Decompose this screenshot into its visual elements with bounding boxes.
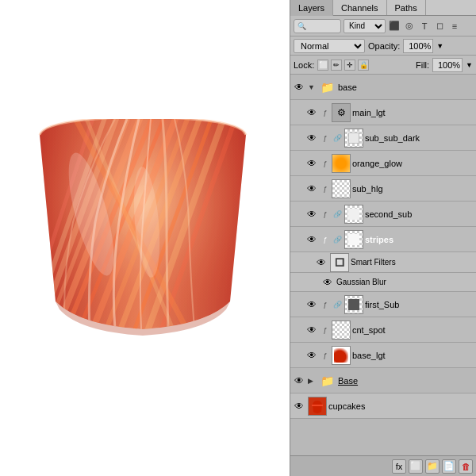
visibility-sub-sub-dark[interactable]: 👁 <box>305 131 319 145</box>
visibility-first-sub[interactable]: 👁 <box>305 298 319 312</box>
layer-name-cupcakes: cupcakes <box>328 401 474 411</box>
layer-name-sub-hlg: sub_hlg <box>352 184 474 194</box>
tab-layers[interactable]: Layers <box>290 0 333 16</box>
visibility-base-group[interactable]: 👁 <box>292 80 306 94</box>
visibility-base-lgt[interactable]: 👁 <box>305 348 319 363</box>
fill-dropdown-icon[interactable]: ▼ <box>466 61 473 69</box>
layer-group-button[interactable]: 📁 <box>425 459 440 474</box>
lock-position-btn[interactable]: ✛ <box>344 60 355 71</box>
thumb-base-lgt <box>332 346 351 365</box>
layer-name-sub-sub-dark: sub_sub_dark <box>365 133 474 143</box>
chain-first-sub: ƒ <box>321 298 330 312</box>
visibility-second-sub[interactable]: 👁 <box>305 207 319 221</box>
new-layer-button[interactable]: 📄 <box>442 459 456 474</box>
fill-label: Fill: <box>416 60 429 70</box>
search-box: 🔍 <box>294 19 341 33</box>
layer-fx-button[interactable]: fx <box>392 459 406 474</box>
chain-main-lgt: ƒ <box>321 106 330 120</box>
layer-name-base-folder: Base <box>338 376 474 386</box>
panel-tabs: Layers Channels Paths <box>290 0 476 16</box>
visibility-main-lgt[interactable]: 👁 <box>305 106 319 120</box>
canvas-area <box>0 0 290 476</box>
thumb-smart-filters: 🔲 <box>330 253 349 272</box>
visibility-cupcakes[interactable]: 👁 <box>292 399 306 413</box>
layer-item-sub-sub-dark[interactable]: 👁 ƒ 🔗 sub_sub_dark <box>290 125 476 151</box>
layers-list: 👁 ▼ 📁 base 👁 ƒ ⚙ main_lgt 👁 ƒ 🔗 sub <box>290 75 476 455</box>
lock-icons: ⬜ ✏ ✛ 🔒 <box>317 60 369 71</box>
opacity-dropdown-icon[interactable]: ▼ <box>436 42 443 50</box>
link-stripes: 🔗 <box>332 232 343 247</box>
tab-channels[interactable]: Channels <box>333 0 386 15</box>
opacity-label: Opacity: <box>368 41 400 51</box>
layer-name-main-lgt: main_lgt <box>352 108 474 117</box>
layer-item-orange-glow[interactable]: 👁 ƒ orange_glow <box>290 151 476 176</box>
link-second-sub: 🔗 <box>332 207 343 221</box>
delete-layer-button[interactable]: 🗑 <box>459 459 473 474</box>
visibility-sub-hlg[interactable]: 👁 <box>305 182 319 196</box>
layer-item-sub-hlg[interactable]: 👁 ƒ sub_hlg <box>290 176 476 202</box>
folder-icon-base-folder: 📁 <box>317 373 336 389</box>
smart-filter-icon[interactable]: ≡ <box>448 20 461 33</box>
visibility-stripes[interactable]: 👁 <box>305 232 319 247</box>
layer-name-gaussian: Gaussian Blur <box>336 278 474 286</box>
opacity-input[interactable] <box>403 39 433 53</box>
layer-name-base-group: base <box>338 83 474 92</box>
tab-paths[interactable]: Paths <box>387 0 426 15</box>
visibility-orange-glow[interactable]: 👁 <box>305 156 319 171</box>
chain-base-lgt: ƒ <box>321 348 330 363</box>
layer-item-first-sub[interactable]: 👁 ƒ 🔗 first_Sub <box>290 292 476 317</box>
group-arrow-base-folder[interactable]: ▶ <box>308 377 316 385</box>
layers-panel: Layers Channels Paths 🔍 Kind Name Effect… <box>290 0 476 476</box>
type-filter-icon[interactable]: T <box>418 20 431 33</box>
layer-item-main-lgt[interactable]: 👁 ƒ ⚙ main_lgt <box>290 100 476 125</box>
layer-mask-button[interactable]: ⬜ <box>409 459 423 474</box>
cupcake-artwork <box>16 119 270 341</box>
layer-item-cnt-spot[interactable]: 👁 ƒ cnt_spot <box>290 317 476 343</box>
group-arrow-base[interactable]: ▼ <box>308 83 316 91</box>
lock-label: Lock: <box>294 60 314 70</box>
layer-item-stripes[interactable]: 👁 ƒ 🔗 stripes <box>290 227 476 252</box>
lock-paint-btn[interactable]: ✏ <box>331 60 342 71</box>
chain-orange-glow: ƒ <box>321 156 330 171</box>
layer-name-base-lgt: base_lgt <box>352 351 474 360</box>
layer-name-cnt-spot: cnt_spot <box>352 325 474 335</box>
folder-icon-base: 📁 <box>317 79 336 95</box>
thumb-main-lgt: ⚙ <box>332 103 351 122</box>
visibility-base-folder[interactable]: 👁 <box>292 374 306 388</box>
panel-toolbar: 🔍 Kind Name Effect ⬛ ◎ T ◻ ≡ <box>290 16 476 36</box>
layer-name-smart-filters: Smart Filters <box>351 258 474 267</box>
kind-select[interactable]: Kind Name Effect <box>344 19 386 33</box>
layer-item-cupcakes[interactable]: 👁 cupcakes <box>290 393 476 419</box>
adjust-filter-icon[interactable]: ◎ <box>403 20 416 33</box>
chain-sub-hlg: ƒ <box>321 182 330 196</box>
chain-cnt-spot: ƒ <box>321 323 330 337</box>
chain-sub-sub-dark: ƒ <box>321 131 330 145</box>
layer-item-base-folder[interactable]: 👁 ▶ 📁 Base <box>290 368 476 393</box>
layer-name-first-sub: first_Sub <box>365 300 474 309</box>
visibility-cnt-spot[interactable]: 👁 <box>305 323 319 337</box>
visibility-smart-filters[interactable]: 👁 <box>314 255 328 270</box>
lock-row: Lock: ⬜ ✏ ✛ 🔒 Fill: ▼ <box>290 56 476 75</box>
shape-filter-icon[interactable]: ◻ <box>433 20 446 33</box>
layer-item-base-lgt[interactable]: 👁 ƒ base_lgt <box>290 343 476 368</box>
layer-item-base-group[interactable]: 👁 ▼ 📁 base <box>290 75 476 100</box>
link-first-sub: 🔗 <box>332 298 343 312</box>
eye-icon: 👁 <box>294 82 304 93</box>
thumb-sub-sub-dark <box>344 129 363 148</box>
layer-name-orange-glow: orange_glow <box>352 159 474 168</box>
layer-item-second-sub[interactable]: 👁 ƒ 🔗 second_sub <box>290 202 476 227</box>
fill-input[interactable] <box>432 58 463 72</box>
layer-item-smart-filters: 👁 🔲 Smart Filters <box>290 252 476 273</box>
blend-row: Normal Multiply Screen Overlay Opacity: … <box>290 36 476 56</box>
lock-transparent-btn[interactable]: ⬜ <box>317 60 328 71</box>
thumb-cupcakes <box>308 397 327 416</box>
thumb-cnt-spot <box>332 321 351 340</box>
link-sub-sub-dark: 🔗 <box>332 131 343 145</box>
chain-second-sub: ƒ <box>321 207 330 221</box>
lock-all-btn[interactable]: 🔒 <box>358 60 369 71</box>
thumb-sub-hlg <box>332 179 351 198</box>
blend-mode-select[interactable]: Normal Multiply Screen Overlay <box>294 39 365 53</box>
visibility-gaussian[interactable]: 👁 <box>321 275 335 290</box>
image-filter-icon[interactable]: ⬛ <box>388 20 401 33</box>
panel-bottom: fx ⬜ 📁 📄 🗑 <box>290 455 476 476</box>
